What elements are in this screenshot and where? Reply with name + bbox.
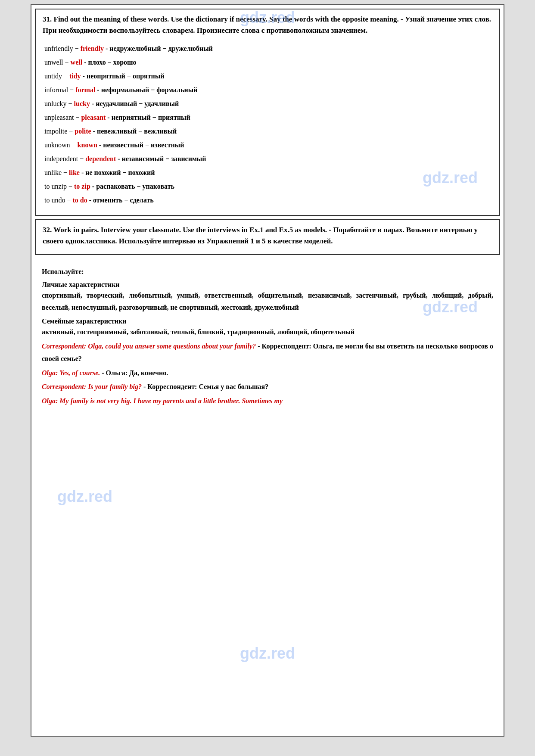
vocab-ru-9: - независимый − зависимый [116, 155, 206, 162]
family-label: Семейные характеристики [42, 317, 493, 325]
vocab-row-2: unwell − well - плохо − хорошо [43, 56, 492, 69]
vocab-opposite-11: to zip [74, 183, 90, 190]
page: gdz.red gdz.red gdz.red gdz.red gdz.red … [31, 4, 504, 737]
personal-list: спортивный, творческий, любопытный, умны… [42, 289, 493, 314]
speaker-3: Correspondent: Is your family big? [42, 383, 142, 390]
vocab-row-1: unfriendly − friendly - недружелюбный − … [43, 42, 492, 56]
vocab-row-11: to unzip − to zip - распаковать − упаков… [43, 180, 492, 193]
vocab-opposite-7: polite [75, 128, 91, 135]
vocab-row-7: impolite − polite - невежливый − вежливы… [43, 124, 492, 138]
vocab-ru-8: - неизвестный − известный [97, 141, 184, 149]
vocab-ru-2: - плохо − хорошо [82, 59, 136, 66]
vocab-prefix-1: unfriendly − [44, 45, 81, 52]
dialogue-line-1: Correspondent: Olga, could you answer so… [42, 340, 493, 365]
family-list: активный, гостеприимный, заботливый, теп… [42, 326, 493, 339]
speaker-2: Olga: Yes, of course. [42, 369, 100, 376]
use-label: Используйте: [42, 266, 493, 277]
vocab-row-8: unknown − known - неизвестный − известны… [43, 138, 492, 152]
section-32: 32. Work in pairs. Interview your classm… [35, 219, 500, 255]
vocab-prefix-11: to unzip − [44, 183, 74, 190]
vocab-opposite-4: formal [75, 86, 95, 93]
dialogue-line-2: Olga: Yes, of course. - Ольга: Да, конеч… [42, 367, 493, 380]
vocab-prefix-12: to undo − [44, 196, 72, 204]
vocab-ru-12: - отменить − сделать [87, 196, 154, 204]
vocab-prefix-7: impolite − [44, 128, 75, 135]
vocab-prefix-4: informal − [44, 86, 75, 93]
personal-label: Личные характеристики [42, 281, 493, 289]
vocab-prefix-8: unknown − [44, 141, 78, 149]
section-31: 31. Find out the meaning of these words.… [35, 9, 500, 216]
vocab-prefix-2: unwell − [44, 59, 71, 66]
vocab-ru-10: - не похожий − похожий [80, 169, 155, 176]
section-31-title: 31. Find out the meaning of these words.… [43, 14, 492, 36]
vocab-ru-1: - недружелюбный − дружелюбный [104, 45, 213, 52]
vocab-opposite-5: lucky [74, 100, 90, 107]
vocab-table: unfriendly − friendly - недружелюбный − … [43, 38, 492, 211]
speaker-4: Olga: My family is not very big. I have … [42, 397, 283, 404]
vocab-row-12: to undo − to do - отменить − сделать [43, 193, 492, 207]
vocab-ru-4: - неформальный − формальный [95, 86, 197, 93]
vocab-prefix-9: independent − [44, 155, 85, 162]
vocab-opposite-10: like [69, 169, 80, 176]
vocab-ru-7: - невежливый − вежливый [91, 128, 177, 135]
vocab-prefix-10: unlike − [44, 169, 69, 176]
vocab-opposite-1: friendly [81, 45, 104, 52]
vocab-row-6: unpleasant − pleasant - неприятный − при… [43, 111, 492, 124]
vocab-ru-3: - неопрятный − опрятный [81, 72, 165, 80]
vocab-prefix-6: unpleasant − [44, 114, 81, 121]
speaker-1: Correspondent: Olga, could you answer so… [42, 342, 256, 350]
vocab-prefix-3: untidy − [44, 72, 69, 80]
vocab-row-3: untidy − tidy - неопрятный − опрятный [43, 69, 492, 83]
vocab-opposite-6: pleasant [81, 114, 106, 121]
vocab-row-9: independent − dependent - независимый − … [43, 152, 492, 166]
vocab-row-4: informal − formal - неформальный − форма… [43, 83, 492, 97]
vocab-opposite-12: to do [72, 196, 87, 204]
vocab-opposite-3: tidy [69, 72, 81, 80]
translation-2: - Ольга: Да, конечно. [100, 369, 168, 376]
dialogue-line-3: Correspondent: Is your family big? - Кор… [42, 381, 493, 393]
vocab-row-10: unlike − like - не похожий − похожий [43, 166, 492, 180]
vocab-ru-5: - неудачливый − удачливый [90, 100, 179, 107]
translation-3: - Корреспондент: Семья у вас большая? [142, 383, 268, 390]
vocab-row-5: unlucky − lucky - неудачливый − удачливы… [43, 97, 492, 111]
vocab-opposite-2: well [71, 59, 83, 66]
dialogue-line-4: Olga: My family is not very big. I have … [42, 395, 493, 408]
vocab-opposite-9: dependent [85, 155, 116, 162]
use-block: Используйте: Личные характеристики спорт… [31, 258, 504, 414]
vocab-ru-6: - неприятный − приятный [106, 114, 190, 121]
vocab-prefix-5: unlucky − [44, 100, 74, 107]
section-32-title: 32. Work in pairs. Interview your classm… [43, 224, 492, 246]
vocab-opposite-8: known [78, 141, 97, 149]
vocab-ru-11: - распаковать − упаковать [90, 183, 174, 190]
watermark-5: gdz.red [240, 644, 295, 663]
watermark-4: gdz.red [57, 488, 112, 506]
